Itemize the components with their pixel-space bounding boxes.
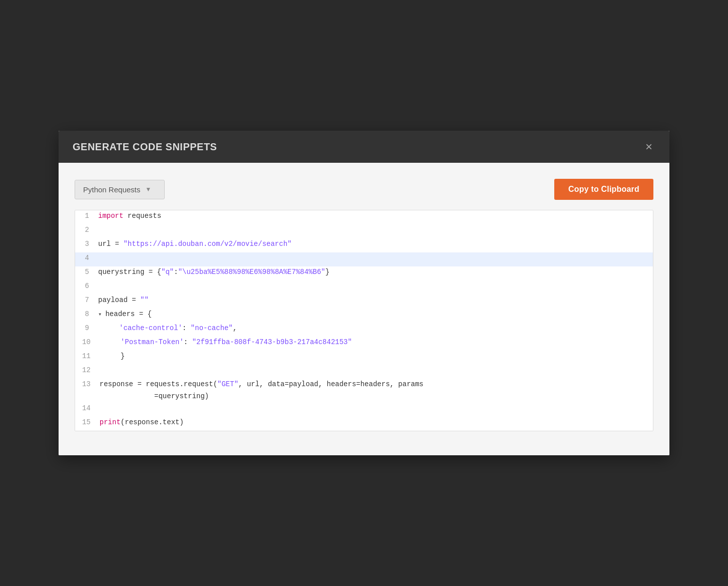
code-token: "https://api.douban.com/v2/movie/search": [123, 240, 291, 248]
code-token: , url, data=payload, headers=headers, pa…: [238, 380, 424, 388]
close-button[interactable]: ×: [642, 140, 655, 154]
line-content: print(response.text): [98, 417, 190, 429]
line-number: 9: [75, 323, 96, 335]
code-line: 4: [75, 252, 653, 266]
code-line: 1import requests: [75, 210, 653, 224]
code-token: ,: [233, 324, 237, 332]
code-line: 13response = requests.request("GET", url…: [75, 379, 653, 403]
code-token: ▾: [98, 311, 105, 318]
modal-title: GENERATE CODE SNIPPETS: [73, 141, 217, 153]
code-token: }: [325, 268, 329, 276]
line-number: 14: [75, 403, 98, 415]
code-token: "q": [161, 268, 174, 276]
code-token: "no-cache": [191, 324, 233, 332]
toolbar: Python Requests ▼ Copy to Clipboard: [75, 179, 653, 200]
code-token: "2f91ffba-808f-4743-b9b3-217a4c842153": [192, 338, 352, 346]
line-number: 4: [75, 252, 96, 264]
line-content: }: [98, 351, 131, 363]
line-number: 3: [75, 238, 96, 250]
code-token: [98, 324, 119, 332]
code-line: 2: [75, 224, 653, 238]
language-label: Python Requests: [83, 185, 140, 194]
modal-body: Python Requests ▼ Copy to Clipboard 1imp…: [59, 163, 669, 455]
code-token: =querystring): [100, 392, 209, 400]
line-content: ▾ headers = {: [96, 309, 158, 321]
code-line: 14: [75, 403, 653, 417]
line-number: 10: [75, 337, 98, 349]
code-token: payload =: [98, 296, 140, 304]
code-line: 5querystring = {"q":"\u25ba%E5%88%98%E6%…: [75, 266, 653, 280]
line-content: url = "https://api.douban.com/v2/movie/s…: [96, 238, 297, 250]
language-dropdown[interactable]: Python Requests ▼: [75, 180, 165, 199]
code-token: requests: [123, 212, 161, 220]
code-token: :: [174, 268, 178, 276]
line-number: 8: [75, 309, 96, 321]
code-line: 12: [75, 365, 653, 379]
code-token: [100, 338, 121, 346]
code-token: (response.text): [121, 418, 184, 426]
line-number: 15: [75, 417, 98, 429]
line-number: 6: [75, 280, 96, 292]
code-token: print: [100, 418, 121, 426]
code-token: :: [184, 338, 192, 346]
code-token: 'cache-control': [119, 324, 182, 332]
code-token: :: [182, 324, 191, 332]
code-line: 10 'Postman-Token': "2f91ffba-808f-4743-…: [75, 337, 653, 351]
code-line: 8▾ headers = {: [75, 309, 653, 323]
line-content: 'Postman-Token': "2f91ffba-808f-4743-b9b…: [98, 337, 358, 349]
code-token: querystring = {: [98, 268, 161, 276]
code-container: 1import requests23url = "https://api.dou…: [75, 210, 653, 431]
code-token: response = requests.request(: [100, 380, 217, 388]
code-token: import: [98, 212, 123, 220]
code-token: "GET": [217, 380, 238, 388]
code-line: 6: [75, 280, 653, 295]
code-line: 9 'cache-control': "no-cache",: [75, 323, 653, 337]
code-token: 'Postman-Token': [121, 338, 184, 346]
code-line: 11 }: [75, 351, 653, 365]
code-line: 3url = "https://api.douban.com/v2/movie/…: [75, 238, 653, 252]
modal-overlay: GENERATE CODE SNIPPETS × Python Requests…: [0, 0, 728, 586]
line-content: response = requests.request("GET", url, …: [98, 379, 430, 403]
line-content: import requests: [96, 210, 167, 222]
line-number: 5: [75, 266, 96, 278]
line-number: 11: [75, 351, 98, 363]
code-token: "\u25ba%E5%88%98%E6%98%8A%E7%84%B6": [178, 268, 325, 276]
line-number: 1: [75, 210, 96, 222]
code-token: url =: [98, 240, 123, 248]
line-content: querystring = {"q":"\u25ba%E5%88%98%E6%9…: [96, 266, 335, 278]
chevron-down-icon: ▼: [145, 186, 151, 193]
code-token: headers = {: [105, 310, 151, 318]
line-number: 2: [75, 224, 96, 236]
line-number: 13: [75, 379, 98, 391]
code-line: 7payload = "": [75, 295, 653, 309]
code-token: "": [140, 296, 149, 304]
modal-header: GENERATE CODE SNIPPETS ×: [59, 131, 669, 163]
line-number: 7: [75, 295, 96, 307]
code-token: }: [100, 352, 125, 360]
modal: GENERATE CODE SNIPPETS × Python Requests…: [59, 131, 669, 455]
code-line: 15print(response.text): [75, 417, 653, 431]
line-content: 'cache-control': "no-cache",: [96, 323, 243, 335]
line-number: 12: [75, 365, 98, 377]
line-content: payload = "": [96, 295, 155, 307]
copy-to-clipboard-button[interactable]: Copy to Clipboard: [554, 179, 653, 200]
